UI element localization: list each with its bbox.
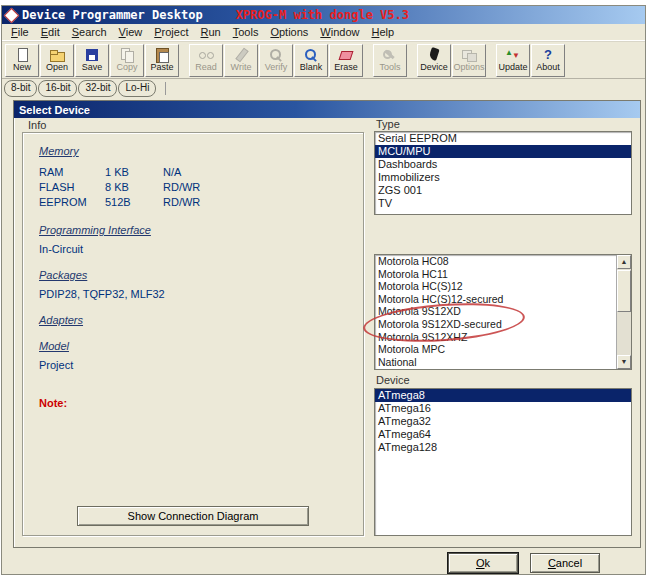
update-button[interactable]: Update [496,44,530,77]
tab-lohi[interactable]: Lo-Hi [118,80,156,97]
table-row: EEPROM 512B RD/WR [39,195,200,210]
type-listbox: Serial EEPROM MCU/MPU Dashboards Immobil… [374,131,632,215]
list-item-9s12xd[interactable]: Motorola 9S12XD [375,305,631,318]
save-button[interactable]: Save [75,44,109,77]
family-scrollbar[interactable] [616,255,631,369]
paste-icon [154,48,170,62]
info-groupbox: Memory RAM 1 KB N/A FLASH 8 KB RD/WR [22,132,364,536]
list-item-immobilizers[interactable]: Immobilizers [375,171,631,184]
menu-edit[interactable]: Edit [35,25,66,39]
write-icon [233,48,249,62]
packages-value: PDIP28, TQFP32, MLF32 [39,288,347,300]
options-button: Options [452,44,486,77]
button-label: Verify [265,63,288,72]
ok-button-label: Ok [449,557,517,569]
tab-32bit[interactable]: 32-bit [78,80,117,97]
about-icon [540,48,556,62]
scroll-down-icon[interactable] [617,355,631,369]
button-label: Copy [116,63,137,72]
scrollbar-thumb[interactable] [617,270,631,312]
dialog-title-bar: Select Device [14,101,640,118]
list-item-dashboards[interactable]: Dashboards [375,158,631,171]
menu-options[interactable]: Options [264,25,314,39]
tab-separator [165,82,166,95]
button-label: Blank [300,63,323,72]
list-item-atmega64[interactable]: ATmega64 [375,428,631,441]
about-button[interactable]: About [531,44,565,77]
erase-button[interactable]: Erase [329,44,363,77]
list-item-9s12xhz[interactable]: Motorola 9S12XHZ [375,331,631,344]
memory-access: RD/WR [163,195,200,210]
list-item-mcu-mpu[interactable]: MCU/MPU [375,145,631,158]
list-item-hcs12[interactable]: Motorola HC(S)12 [375,280,631,293]
app-icon [4,7,20,23]
button-label: Erase [334,63,358,72]
memory-size: 512B [105,195,163,210]
tab-16bit[interactable]: 16-bit [38,80,77,97]
list-item-tv[interactable]: TV [375,197,631,210]
scroll-up-icon[interactable] [617,255,631,269]
list-item-atmega16[interactable]: ATmega16 [375,402,631,415]
list-item-atmega32[interactable]: ATmega32 [375,415,631,428]
button-label: Write [231,63,252,72]
button-label: Open [46,63,68,72]
open-button[interactable]: Open [40,44,74,77]
menu-project[interactable]: Project [148,25,194,39]
list-item-atmega128[interactable]: ATmega128 [375,441,631,454]
list-item-serial-eeprom[interactable]: Serial EEPROM [375,132,631,145]
menu-search[interactable]: Search [66,25,113,39]
menu-help[interactable]: Help [365,25,400,39]
menu-tools[interactable]: Tools [227,25,265,39]
list-item-hcs12-secured[interactable]: Motorola HC(S)12-secured [375,293,631,306]
list-item-atmega8[interactable]: ATmega8 [375,389,631,402]
read-button: Read [189,44,223,77]
memory-access: N/A [163,165,200,180]
show-connection-diagram-button[interactable]: Show Connection Diagram [77,506,309,526]
open-folder-icon [49,48,65,62]
ok-button[interactable]: Ok [448,553,518,573]
copy-button: Copy [110,44,144,77]
cancel-button[interactable]: Cancel [530,553,600,573]
model-header: Model [39,340,347,352]
memory-name: RAM [39,165,105,180]
button-label: Update [498,63,527,72]
verify-icon [268,48,284,62]
list-item-9s12xd-secured[interactable]: Motorola 9S12XD-secured [375,318,631,331]
memory-name: EEPROM [39,195,105,210]
list-item-hc11[interactable]: Motorola HC11 [375,268,631,281]
menu-window[interactable]: Window [314,25,365,39]
table-row: FLASH 8 KB RD/WR [39,180,200,195]
button-label: Tools [379,63,400,72]
device-button[interactable]: Device [417,44,451,77]
app-window: Device Programmer Desktop XPROG-M with d… [1,5,646,575]
window-subtitle: XPROG-M with dongle V5.3 [236,8,409,22]
button-label: About [536,63,560,72]
button-label: Save [82,63,103,72]
tools-button: Tools [373,44,407,77]
toolbar: New Open Save Copy Paste Read Write [2,41,645,79]
programming-interface-header: Programming Interface [39,224,347,236]
list-item-national[interactable]: National [375,356,631,369]
read-icon [198,48,214,62]
memory-access: RD/WR [163,180,200,195]
menu-run[interactable]: Run [195,25,227,39]
adapters-header: Adapters [39,314,347,326]
verify-button: Verify [259,44,293,77]
packages-header: Packages [39,269,347,281]
write-button: Write [224,44,258,77]
bit-width-tabs: 8-bit 16-bit 32-bit Lo-Hi [2,79,645,97]
note-label: Note: [39,397,347,409]
tab-8bit[interactable]: 8-bit [4,80,37,97]
menu-file[interactable]: File [5,25,35,39]
list-item-zgs-001[interactable]: ZGS 001 [375,184,631,197]
erase-icon [338,48,354,62]
menu-view[interactable]: View [113,25,149,39]
blank-button[interactable]: Blank [294,44,328,77]
programming-interface-value: In-Circuit [39,243,347,255]
device-listbox: ATmega8 ATmega16 ATmega32 ATmega64 ATmeg… [374,388,632,536]
list-item-mpc[interactable]: Motorola MPC [375,343,631,356]
new-button[interactable]: New [5,44,39,77]
paste-button[interactable]: Paste [145,44,179,77]
update-icon [505,48,521,62]
list-item-hc08[interactable]: Motorola HC08 [375,255,631,268]
